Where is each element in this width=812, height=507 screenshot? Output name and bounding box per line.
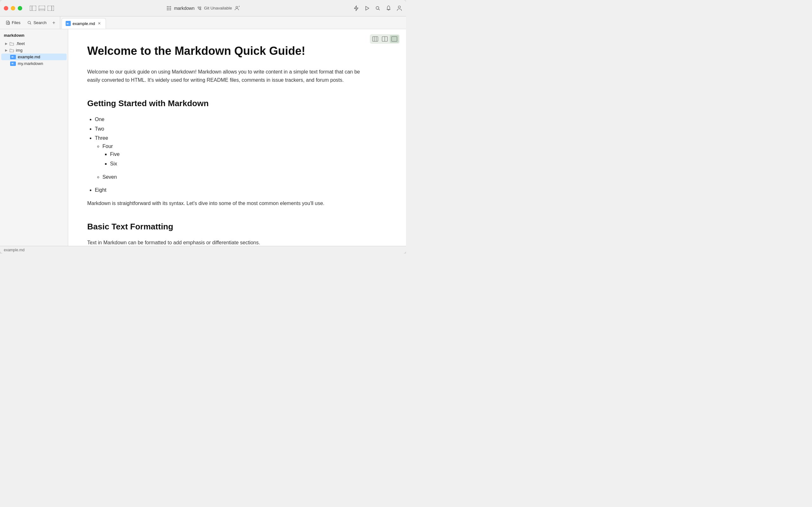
layout-toggle-icon[interactable] <box>48 5 54 11</box>
folder-icon <box>9 48 14 53</box>
preview-h2-basic: Basic Text Formatting <box>87 220 373 233</box>
main-area: markdown ▶ .fleet ▶ img M↓ example.m <box>0 29 406 246</box>
sidebar-item-my-markdown[interactable]: M↓ my.markdown <box>1 60 67 67</box>
tab-bar: Files Search + M↓ example.md ✕ <box>0 16 406 29</box>
svg-point-27 <box>398 6 401 8</box>
tab-bar-left: Files Search + <box>0 16 60 29</box>
svg-point-32 <box>28 21 31 24</box>
svg-point-11 <box>170 8 171 9</box>
preview-paragraph2: Markdown is straightforward with its syn… <box>87 199 373 208</box>
search-button[interactable]: Search <box>24 19 49 26</box>
svg-line-25 <box>379 9 380 10</box>
preview-intro-paragraph: Welcome to our quick guide on using Mark… <box>87 68 373 84</box>
list-item: Seven <box>102 173 373 181</box>
svg-point-6 <box>167 6 168 7</box>
list-item: Five <box>110 150 373 158</box>
svg-point-10 <box>168 8 169 9</box>
sidebar-item-label: my.markdown <box>18 61 43 66</box>
preview-toolbar <box>370 34 400 44</box>
traffic-lights <box>4 6 22 10</box>
title-bar-right <box>353 5 402 11</box>
tab-close-button[interactable]: ✕ <box>97 21 102 26</box>
svg-rect-34 <box>373 37 378 42</box>
folder-arrow-icon: ▶ <box>5 42 8 45</box>
search-label: Search <box>33 20 46 25</box>
list-item: Eight <box>95 186 373 194</box>
status-filename: example.md <box>4 248 24 252</box>
sidebar-item-fleet[interactable]: ▶ .fleet <box>1 40 67 47</box>
sidebar-item-label: .fleet <box>16 41 25 46</box>
list-view-button[interactable] <box>380 35 389 43</box>
minimize-button[interactable] <box>11 6 15 10</box>
git-status-label[interactable]: Git Unavailable <box>204 6 232 10</box>
sidebar: markdown ▶ .fleet ▶ img M↓ example.m <box>0 29 68 246</box>
preview-list-main: One Two Three Four Five Six Seven <box>87 115 373 194</box>
preview-h2-getting-started: Getting Started with Markdown <box>87 97 373 110</box>
project-name: markdown <box>0 32 68 40</box>
list-item: Two <box>95 125 373 133</box>
account-icon[interactable] <box>397 5 402 11</box>
svg-rect-40 <box>392 37 397 41</box>
files-icon <box>6 20 10 25</box>
title-bar-left-extras <box>30 5 54 11</box>
play-icon[interactable] <box>364 5 370 11</box>
preview-area[interactable]: Welcome to the Markdown Quick Guide! Wel… <box>68 29 406 246</box>
svg-point-17 <box>200 7 201 8</box>
title-bar-center: markdown Git Unavailable <box>166 6 240 11</box>
md-badge-icon: M↓ <box>10 55 16 59</box>
search-tab-icon <box>27 20 32 25</box>
preview-content: Welcome to the Markdown Quick Guide! Wel… <box>87 42 373 246</box>
grid-icon <box>166 6 171 11</box>
tabs-area: M↓ example.md ✕ <box>60 16 106 29</box>
svg-point-13 <box>168 9 169 10</box>
add-user-icon[interactable] <box>235 6 240 11</box>
files-button[interactable]: Files <box>3 19 23 26</box>
tab-label: example.md <box>72 21 95 26</box>
svg-point-12 <box>167 9 168 10</box>
window-title: markdown <box>174 6 195 11</box>
list-item: One <box>95 115 373 124</box>
sidebar-item-example-md[interactable]: M↓ example.md <box>1 54 67 60</box>
preview-basic-paragraph: Text in Markdown can be formatted to add… <box>87 239 373 246</box>
list-item: Six <box>110 160 373 168</box>
svg-point-8 <box>170 6 171 7</box>
preview-h1: Welcome to the Markdown Quick Guide! <box>87 42 373 60</box>
tab-example-md[interactable]: M↓ example.md ✕ <box>61 18 106 29</box>
app-window: markdown Git Unavailable <box>0 0 406 253</box>
svg-marker-23 <box>366 6 369 10</box>
sidebar-item-label: img <box>16 48 22 53</box>
svg-rect-4 <box>48 6 54 11</box>
svg-point-15 <box>198 7 199 8</box>
svg-rect-2 <box>39 6 45 11</box>
close-button[interactable] <box>4 6 8 10</box>
nested-list-l2: Four Five Six Seven <box>95 142 373 181</box>
svg-line-33 <box>31 23 32 24</box>
bolt-icon[interactable] <box>353 5 359 11</box>
sidebar-item-img[interactable]: ▶ img <box>1 47 67 54</box>
branch-icon <box>197 6 201 10</box>
svg-point-24 <box>376 6 379 9</box>
md-file-icon: M↓ <box>66 21 71 26</box>
folder-arrow-icon: ▶ <box>5 49 8 52</box>
md-badge-icon: M↓ <box>10 61 16 66</box>
add-tab-button[interactable]: + <box>50 19 57 26</box>
svg-point-9 <box>167 8 168 9</box>
sidebar-item-label: example.md <box>18 55 40 59</box>
sidebar-toggle-icon[interactable] <box>30 5 36 11</box>
svg-point-7 <box>168 6 169 7</box>
svg-point-20 <box>236 6 238 8</box>
split-view-button[interactable] <box>371 35 380 43</box>
title-bar: markdown Git Unavailable <box>0 0 406 16</box>
maximize-button[interactable] <box>18 6 22 10</box>
folder-icon <box>9 42 14 46</box>
notifications-icon[interactable] <box>386 5 392 11</box>
nested-list-l3: Five Six <box>102 150 373 168</box>
preview-only-button[interactable] <box>390 35 399 43</box>
status-bar: example.md <box>0 246 406 253</box>
svg-rect-0 <box>30 6 36 11</box>
search-icon[interactable] <box>375 5 380 11</box>
files-label: Files <box>12 20 20 25</box>
svg-point-14 <box>170 9 171 10</box>
list-item: Four Five Six <box>102 142 373 168</box>
bottom-panel-toggle-icon[interactable] <box>39 5 45 11</box>
